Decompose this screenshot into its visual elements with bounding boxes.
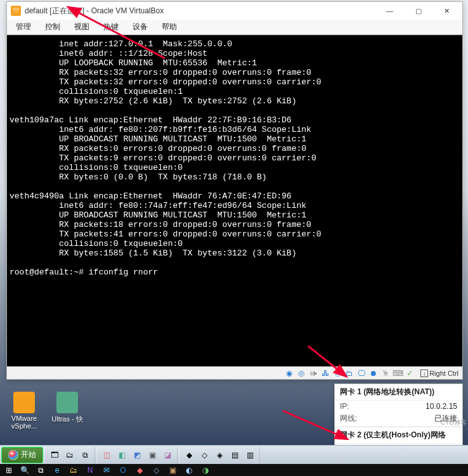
- record-icon[interactable]: ⏺: [368, 368, 379, 378]
- audio-icon[interactable]: 🕪: [308, 368, 318, 378]
- virtualbox-window: default [正在运行] - Oracle VM VirtualBox — …: [6, 1, 463, 380]
- titlebar[interactable]: default [正在运行] - Oracle VM VirtualBox — …: [7, 2, 462, 20]
- menu-hotkey[interactable]: 热键: [97, 20, 125, 34]
- outlook-icon[interactable]: O: [115, 464, 131, 476]
- window-title: default [正在运行] - Oracle VM VirtualBox: [25, 6, 164, 16]
- keyboard-icon[interactable]: ⌨: [393, 368, 403, 378]
- taskview-icon[interactable]: ⧉: [33, 464, 48, 476]
- running-tasks: ◫ ◧ ◩ ▣ ◪: [96, 447, 178, 463]
- app4-icon[interactable]: ◐: [181, 464, 197, 476]
- usb-icon[interactable]: ⎙: [332, 368, 342, 378]
- quicklaunch-tray2: ◆ ◇ ◈ ▤ ▥: [179, 447, 260, 463]
- start-button[interactable]: 开始: [1, 447, 43, 463]
- watermark: CTO博客: [441, 418, 467, 427]
- search-icon[interactable]: 🔍: [18, 464, 32, 476]
- desktop-icon-label: VMware vSphe...: [8, 415, 41, 430]
- net-card1-ip-label: IP:: [340, 402, 370, 411]
- ql-app8-icon[interactable]: ▤: [228, 448, 242, 462]
- net-card2-title: 网卡 2 (仅主机(Host-Only)网络: [335, 427, 462, 444]
- onenote-icon[interactable]: N: [82, 464, 98, 476]
- app3-icon[interactable]: ▣: [165, 464, 180, 476]
- maximize-button[interactable]: ▢: [404, 2, 432, 20]
- hostkey-arrow-icon: ↓: [420, 370, 428, 377]
- windows-orb-icon: [8, 450, 18, 460]
- start-label: 开始: [21, 449, 36, 460]
- close-button[interactable]: ✕: [432, 2, 461, 20]
- app-icon[interactable]: ◆: [132, 464, 147, 476]
- task-app1-icon[interactable]: ◫: [100, 448, 114, 462]
- quicklaunch-tray: 🗔 🗂 ⧉: [44, 447, 95, 463]
- indicator-icon[interactable]: ✓: [405, 368, 415, 378]
- menu-view[interactable]: 视图: [68, 20, 96, 34]
- ql-app6-icon[interactable]: ◇: [197, 448, 211, 462]
- optical-icon[interactable]: ◎: [296, 368, 306, 378]
- shared-folder-icon[interactable]: 🗀: [344, 368, 354, 378]
- vmware-icon: [13, 392, 35, 413]
- ql-app5-icon[interactable]: ◆: [182, 448, 196, 462]
- ql-app9-icon[interactable]: ▥: [243, 448, 257, 462]
- mail-icon[interactable]: ✉: [99, 464, 114, 476]
- statusbar: ◉ ◎ 🕪 🖧 ⎙ 🗀 🖵 ⏺ 🖰 ⌨ ✓ ↓ Right Ctrl: [7, 366, 462, 379]
- desktop-icon-label: Ultras - 快: [51, 415, 84, 424]
- task-app4-icon[interactable]: ◪: [160, 448, 174, 462]
- ql-app7-icon[interactable]: ◈: [212, 448, 226, 462]
- edge-icon[interactable]: e: [49, 464, 65, 476]
- net-card1-title: 网卡 1 (网络地址转换(NAT)): [335, 384, 462, 401]
- menu-manage[interactable]: 管理: [10, 20, 37, 34]
- menu-devices[interactable]: 设备: [126, 20, 154, 34]
- start10-button[interactable]: ⊞: [1, 464, 16, 476]
- explorer-icon[interactable]: 🗂: [66, 464, 81, 476]
- terminal-output[interactable]: inet addr:127.0.0.1 Mask:255.0.0.0 inet6…: [7, 35, 462, 366]
- display-icon[interactable]: 🖵: [356, 368, 367, 378]
- menu-help[interactable]: 帮助: [155, 20, 183, 34]
- app2-icon[interactable]: ◇: [148, 464, 164, 476]
- net-card1-cable-label: 网线:: [340, 413, 370, 424]
- ultras-icon: [56, 392, 78, 413]
- task-app2-icon[interactable]: ◧: [115, 448, 129, 462]
- menubar: 管理 控制 视图 热键 设备 帮助: [7, 20, 462, 35]
- virtualbox-icon: [11, 6, 21, 16]
- harddisk-icon[interactable]: ◉: [284, 368, 294, 378]
- net-card1-ip: 10.0.2.15: [370, 402, 457, 411]
- menu-control[interactable]: 控制: [39, 20, 67, 34]
- taskbar-win10[interactable]: ⊞ 🔍 ⧉ e 🗂 N ✉ O ◆ ◇ ▣ ◐ ◑: [0, 464, 468, 476]
- task-app3-icon[interactable]: ◩: [130, 448, 144, 462]
- hostkey-label: Right Ctrl: [429, 370, 458, 377]
- minimize-button[interactable]: —: [375, 2, 404, 20]
- mouse-integration-icon[interactable]: 🖰: [380, 368, 391, 378]
- ql-explorer-icon[interactable]: 🗂: [63, 448, 77, 462]
- app5-icon[interactable]: ◑: [198, 464, 213, 476]
- desktop-icon-vmware[interactable]: VMware vSphe...: [8, 392, 41, 430]
- network-icon[interactable]: 🖧: [320, 368, 330, 378]
- desktop-icon-ultras[interactable]: Ultras - 快: [51, 392, 84, 424]
- ql-switch-icon[interactable]: ⧉: [78, 448, 92, 462]
- ql-show-desktop-icon[interactable]: 🗔: [48, 448, 62, 462]
- hostkey-indicator: ↓ Right Ctrl: [420, 370, 458, 377]
- taskbar-win7[interactable]: 开始 🗔 🗂 ⧉ ◫ ◧ ◩ ▣ ◪ ◆ ◇ ◈ ▤ ▥: [0, 445, 468, 464]
- task-cmd-icon[interactable]: ▣: [145, 448, 159, 462]
